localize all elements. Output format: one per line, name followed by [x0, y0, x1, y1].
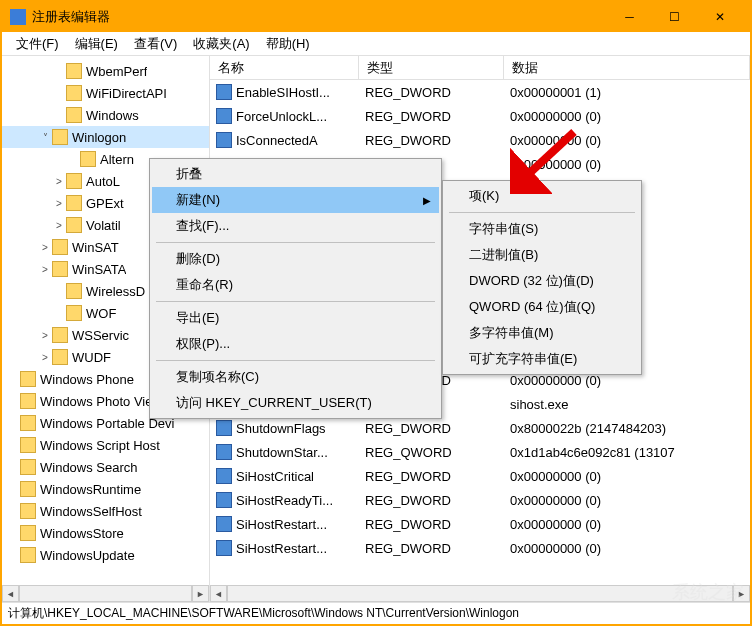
folder-icon	[66, 217, 82, 233]
menu-separator	[156, 242, 435, 243]
expand-toggle-icon[interactable]: >	[52, 176, 66, 187]
expand-toggle-icon[interactable]: ˅	[38, 132, 52, 143]
cell-type: REG_DWORD	[365, 541, 510, 556]
binary-value-icon	[216, 108, 232, 124]
expand-toggle-icon[interactable]: >	[52, 220, 66, 231]
tree-item[interactable]: WindowsUpdate	[2, 544, 209, 566]
table-row[interactable]: ForceUnlockL...REG_DWORD0x00000000 (0)	[210, 104, 750, 128]
binary-value-icon	[216, 420, 232, 436]
app-icon	[10, 9, 26, 25]
menu-item[interactable]: QWORD (64 位)值(Q)	[445, 294, 639, 320]
expand-toggle-icon[interactable]: >	[38, 352, 52, 363]
menu-item[interactable]: 查找(F)...	[152, 213, 439, 239]
tree-item[interactable]: ˅Winlogon	[2, 126, 209, 148]
binary-value-icon	[216, 492, 232, 508]
menu-item[interactable]: 新建(N)▶	[152, 187, 439, 213]
binary-value-icon	[216, 132, 232, 148]
menu-favorites[interactable]: 收藏夹(A)	[185, 33, 257, 55]
menu-item[interactable]: 二进制值(B)	[445, 242, 639, 268]
table-row[interactable]: ShutdownStar...REG_QWORD0x1d1ab4c6e092c8…	[210, 440, 750, 464]
menu-item[interactable]: 权限(P)...	[152, 331, 439, 357]
folder-icon	[20, 525, 36, 541]
cell-data: 0x00000000 (0)	[510, 541, 750, 556]
folder-icon	[66, 305, 82, 321]
cell-data: 0x00000001 (1)	[510, 85, 750, 100]
tree-item-label: WinSATA	[72, 262, 126, 277]
table-row[interactable]: EnableSIHostI...REG_DWORD0x00000001 (1)	[210, 80, 750, 104]
menu-item[interactable]: 字符串值(S)	[445, 216, 639, 242]
tree-item-label: WiFiDirectAPI	[86, 86, 167, 101]
menu-item[interactable]: 删除(D)	[152, 246, 439, 272]
tree-item-label: Winlogon	[72, 130, 126, 145]
table-row[interactable]: SiHostRestart...REG_DWORD0x00000000 (0)	[210, 512, 750, 536]
submenu-new[interactable]: 项(K)字符串值(S)二进制值(B)DWORD (32 位)值(D)QWORD …	[442, 180, 642, 375]
folder-icon	[52, 349, 68, 365]
tree-item[interactable]: Windows Script Host	[2, 434, 209, 456]
table-row[interactable]: SiHostCriticalREG_DWORD0x00000000 (0)	[210, 464, 750, 488]
folder-icon	[66, 173, 82, 189]
table-row[interactable]: SiHostRestart...REG_DWORD0x00000000 (0)	[210, 536, 750, 560]
cell-name: SiHostRestart...	[236, 541, 365, 556]
menu-file[interactable]: 文件(F)	[8, 33, 67, 55]
cell-type: REG_DWORD	[365, 421, 510, 436]
binary-value-icon	[216, 468, 232, 484]
tree-item-label: Windows Script Host	[40, 438, 160, 453]
cell-name: ShutdownStar...	[236, 445, 365, 460]
menu-item[interactable]: 多字符串值(M)	[445, 320, 639, 346]
expand-toggle-icon[interactable]: >	[38, 330, 52, 341]
menu-edit[interactable]: 编辑(E)	[67, 33, 126, 55]
folder-icon	[66, 63, 82, 79]
menu-item[interactable]: 访问 HKEY_CURRENT_USER(T)	[152, 390, 439, 416]
expand-toggle-icon[interactable]: >	[38, 264, 52, 275]
cell-data: 0x8000022b (2147484203)	[510, 421, 750, 436]
tree-scrollbar[interactable]: ◄ ►	[2, 585, 209, 602]
tree-item[interactable]: WindowsRuntime	[2, 478, 209, 500]
col-name[interactable]: 名称	[210, 56, 359, 79]
menu-item[interactable]: 可扩充字符串值(E)	[445, 346, 639, 372]
expand-toggle-icon[interactable]: >	[52, 198, 66, 209]
menu-item[interactable]: 折叠	[152, 161, 439, 187]
expand-toggle-icon[interactable]: >	[38, 242, 52, 253]
folder-icon	[20, 393, 36, 409]
scroll-right-icon[interactable]: ►	[733, 585, 750, 602]
folder-icon	[66, 85, 82, 101]
tree-item-label: AutoL	[86, 174, 120, 189]
tree-item-label: Volatil	[86, 218, 121, 233]
list-header: 名称 类型 数据	[210, 56, 750, 80]
col-type[interactable]: 类型	[359, 56, 504, 79]
tree-item-label: Windows	[86, 108, 139, 123]
menu-item[interactable]: 重命名(R)	[152, 272, 439, 298]
menu-help[interactable]: 帮助(H)	[258, 33, 318, 55]
tree-item-label: WinSAT	[72, 240, 119, 255]
maximize-button[interactable]: ☐	[652, 2, 697, 32]
menu-item[interactable]: 复制项名称(C)	[152, 364, 439, 390]
table-row[interactable]: ShutdownFlagsREG_DWORD0x8000022b (214748…	[210, 416, 750, 440]
tree-item[interactable]: WiFiDirectAPI	[2, 82, 209, 104]
tree-item[interactable]: WindowsStore	[2, 522, 209, 544]
scroll-left-icon[interactable]: ◄	[2, 585, 19, 602]
tree-item[interactable]: WbemPerf	[2, 60, 209, 82]
scroll-left-icon[interactable]: ◄	[210, 585, 227, 602]
window-title: 注册表编辑器	[32, 8, 607, 26]
table-row[interactable]: IsConnectedAREG_DWORD0x00000000 (0)	[210, 128, 750, 152]
tree-item[interactable]: WindowsSelfHost	[2, 500, 209, 522]
list-scrollbar[interactable]: ◄ ►	[210, 585, 750, 602]
folder-icon	[20, 459, 36, 475]
close-button[interactable]: ✕	[697, 2, 742, 32]
tree-item-label: Windows Search	[40, 460, 138, 475]
cell-type: REG_QWORD	[365, 445, 510, 460]
col-data[interactable]: 数据	[504, 56, 750, 79]
minimize-button[interactable]: ─	[607, 2, 652, 32]
status-path: 计算机\HKEY_LOCAL_MACHINE\SOFTWARE\Microsof…	[8, 605, 519, 622]
folder-icon	[80, 151, 96, 167]
scroll-right-icon[interactable]: ►	[192, 585, 209, 602]
menu-item[interactable]: DWORD (32 位)值(D)	[445, 268, 639, 294]
tree-item[interactable]: Windows	[2, 104, 209, 126]
binary-value-icon	[216, 444, 232, 460]
menu-item[interactable]: 导出(E)	[152, 305, 439, 331]
context-menu[interactable]: 折叠新建(N)▶查找(F)...删除(D)重命名(R)导出(E)权限(P)...…	[149, 158, 442, 419]
cell-data: sihost.exe	[510, 397, 750, 412]
table-row[interactable]: SiHostReadyTi...REG_DWORD0x00000000 (0)	[210, 488, 750, 512]
tree-item[interactable]: Windows Search	[2, 456, 209, 478]
menu-view[interactable]: 查看(V)	[126, 33, 185, 55]
